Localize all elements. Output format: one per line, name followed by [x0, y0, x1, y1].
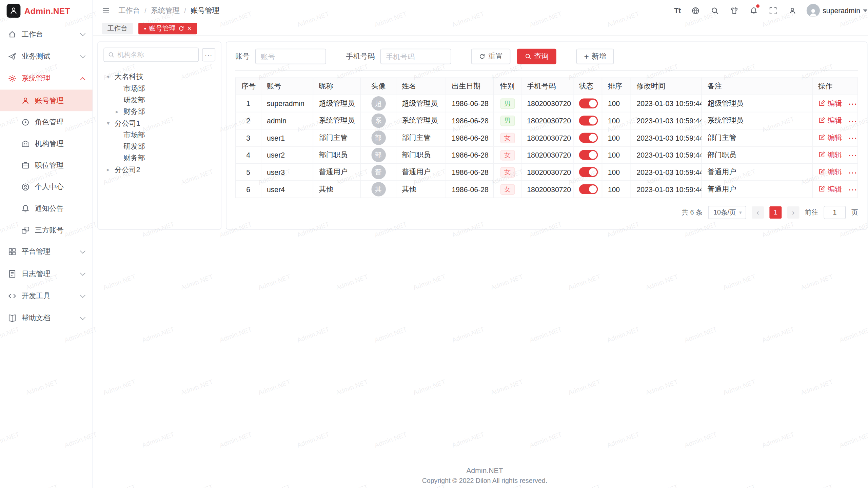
- tree-node-label: 市场部: [123, 130, 145, 140]
- tree-node[interactable]: 研发部: [103, 94, 215, 106]
- caret-right-icon[interactable]: ▸: [107, 166, 115, 172]
- reset-label: 重置: [488, 52, 502, 61]
- tree-node[interactable]: 市场部: [103, 129, 215, 140]
- current-page[interactable]: 1: [769, 206, 782, 219]
- font-size-icon[interactable]: Tt: [674, 6, 681, 15]
- cell-phone: 18020030720: [521, 95, 573, 112]
- goto-page-input[interactable]: [824, 206, 846, 219]
- page-unit-label: 页: [851, 208, 858, 217]
- next-page-button[interactable]: ›: [787, 206, 800, 219]
- status-toggle[interactable]: [579, 167, 598, 177]
- refresh-icon[interactable]: [178, 25, 184, 31]
- status-toggle[interactable]: [579, 133, 598, 143]
- cell-nickname: 系统管理员: [313, 112, 360, 129]
- sidebar-item-label: 工作台: [22, 29, 76, 39]
- cell-sort: 100: [602, 129, 631, 146]
- row-more-button[interactable]: ···: [849, 186, 857, 194]
- row-more-button[interactable]: ···: [849, 135, 857, 143]
- status-toggle[interactable]: [579, 184, 598, 194]
- sidebar-item-label: 三方账号: [35, 225, 85, 235]
- breadcrumb-item[interactable]: 系统管理: [151, 5, 180, 15]
- account-input[interactable]: [255, 49, 326, 64]
- edit-icon: [818, 151, 825, 158]
- app-logo[interactable]: Admin.NET: [0, 0, 93, 21]
- status-toggle[interactable]: [579, 99, 598, 108]
- sidebar-item-dev-tools[interactable]: 开发工具: [0, 285, 93, 307]
- sidebar-item-third-party-account[interactable]: 三方账号: [0, 219, 93, 241]
- tree-node[interactable]: 财务部: [103, 152, 215, 164]
- tree-node[interactable]: ▾大名科技: [103, 71, 215, 82]
- org-search-input[interactable]: [117, 51, 194, 59]
- status-toggle[interactable]: [579, 150, 598, 160]
- pagination: 共 6 条 10条/页 ▾ ‹ 1 › 前往 页: [235, 206, 858, 219]
- sidebar-item-help-docs[interactable]: 帮助文档: [0, 307, 93, 329]
- edit-button[interactable]: 编辑: [818, 133, 842, 142]
- caret-down-icon: ▾: [739, 210, 742, 215]
- user-menu[interactable]: superadmin: [807, 4, 867, 17]
- sidebar-item-business-test[interactable]: 业务测试: [0, 45, 93, 67]
- reset-button[interactable]: 重置: [471, 49, 510, 64]
- tab-account-management[interactable]: ● 账号管理 ×: [138, 22, 197, 34]
- sidebar-item-role-management[interactable]: 角色管理: [0, 111, 93, 133]
- notification-bell-icon[interactable]: [748, 5, 758, 15]
- tree-node[interactable]: ▸分公司2: [103, 164, 215, 175]
- caret-down-icon[interactable]: ▾: [107, 120, 115, 126]
- edit-button[interactable]: 编辑: [818, 98, 842, 108]
- language-icon[interactable]: [690, 5, 700, 15]
- theme-skin-icon[interactable]: [729, 5, 739, 15]
- edit-button[interactable]: 编辑: [818, 167, 842, 177]
- tree-node[interactable]: 研发部: [103, 141, 215, 152]
- sidebar-item-account-management[interactable]: 账号管理: [0, 89, 93, 111]
- sidebar-item-position-management[interactable]: 职位管理: [0, 155, 93, 176]
- search-icon[interactable]: [710, 5, 719, 15]
- sidebar-item-system-management[interactable]: 系统管理: [0, 67, 93, 89]
- cell-birthday: 1986-06-28: [446, 146, 493, 164]
- footer-title: Admin.NET: [93, 466, 868, 474]
- hamburger-menu-icon[interactable]: [101, 5, 111, 15]
- tab-workbench[interactable]: 工作台: [102, 22, 133, 34]
- sidebar-item-org-management[interactable]: 机构管理: [0, 133, 93, 155]
- phone-input[interactable]: [380, 49, 451, 64]
- add-button[interactable]: + 新增: [576, 49, 614, 64]
- sidebar-item-workbench[interactable]: 工作台: [0, 23, 93, 45]
- sidebar-item-log-management[interactable]: 日志管理: [0, 263, 93, 285]
- profile-settings-icon[interactable]: [787, 5, 797, 15]
- tree-node[interactable]: 市场部: [103, 82, 215, 94]
- edit-button[interactable]: 编辑: [818, 184, 842, 194]
- tree-node[interactable]: ▾分公司1: [103, 117, 215, 129]
- cell-status: [573, 95, 602, 112]
- breadcrumb-separator: /: [184, 6, 186, 15]
- page-size-select[interactable]: 10条/页 ▾: [708, 206, 746, 219]
- breadcrumb-separator: /: [144, 6, 146, 15]
- cell-modified: 2023-01-03 10:59:44: [631, 129, 702, 146]
- caret-right-icon[interactable]: ▸: [116, 108, 123, 115]
- row-more-button[interactable]: ···: [849, 118, 857, 126]
- sidebar-item-personal-center[interactable]: 个人中心: [0, 176, 93, 198]
- breadcrumb: 工作台 / 系统管理 / 账号管理: [118, 5, 219, 15]
- row-more-button[interactable]: ···: [849, 152, 857, 160]
- grid-icon: [8, 247, 17, 256]
- close-icon[interactable]: ×: [187, 25, 191, 32]
- status-toggle[interactable]: [579, 116, 598, 125]
- edit-button[interactable]: 编辑: [818, 150, 842, 160]
- fullscreen-icon[interactable]: [768, 5, 778, 15]
- prev-page-button[interactable]: ‹: [752, 206, 764, 219]
- row-more-button[interactable]: ···: [849, 100, 857, 108]
- search-button[interactable]: 查询: [517, 49, 556, 64]
- gender-badge: 男: [500, 115, 514, 126]
- breadcrumb-item[interactable]: 工作台: [118, 5, 140, 15]
- column-header: 排序: [602, 78, 631, 95]
- row-more-button[interactable]: ···: [849, 169, 857, 177]
- footer-copyright: Copyright © 2022 Dilon All rights reserv…: [93, 477, 868, 485]
- topbar: 工作台 / 系统管理 / 账号管理 Tt superadmin: [93, 0, 868, 21]
- tree-node[interactable]: ▸财务部: [103, 106, 215, 117]
- active-dot-icon: ●: [144, 26, 146, 30]
- caret-down-icon[interactable]: ▾: [107, 74, 115, 80]
- cell-account: user2: [261, 146, 313, 164]
- admin-app: Admin.NET 工作台 业务测试 系统管理 账号管理: [0, 0, 868, 488]
- sidebar-item-platform-management[interactable]: 平台管理: [0, 241, 93, 263]
- sidebar-item-label: 个人中心: [35, 182, 85, 191]
- tree-more-button[interactable]: ···: [202, 48, 215, 61]
- edit-button[interactable]: 编辑: [818, 116, 842, 125]
- sidebar-item-notice[interactable]: 通知公告: [0, 198, 93, 219]
